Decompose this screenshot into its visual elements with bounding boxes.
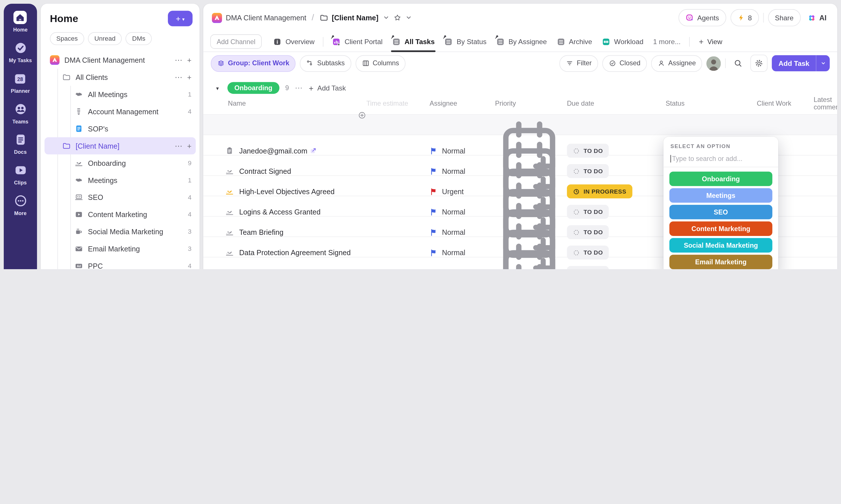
task-name[interactable]: Contract Signed	[239, 167, 291, 175]
rail-item-home[interactable]: Home	[13, 11, 28, 33]
task-name[interactable]: Logins & Access Granted	[239, 208, 321, 216]
subtasks-pill[interactable]: Subtasks	[300, 55, 351, 72]
tab-client-portal[interactable]: Client Portal	[327, 32, 387, 51]
group-collapse-caret[interactable]: ▾	[216, 85, 222, 91]
tab-by-status[interactable]: By Status	[440, 32, 491, 51]
item-add-icon[interactable]: +	[187, 56, 191, 65]
sidebar-item-client-name[interactable]: [Client Name] ⋯+	[44, 137, 196, 154]
closed-button[interactable]: Closed	[603, 55, 647, 72]
chevron-down-icon[interactable]	[382, 14, 390, 21]
sidebar-item-all-clients[interactable]: All Clients ⋯+	[44, 69, 196, 86]
priority-cell[interactable]: Normal	[430, 228, 495, 236]
ai-button[interactable]: AI	[805, 13, 829, 22]
rail-item-planner[interactable]: 28 Planner	[11, 72, 30, 94]
task-name-cell[interactable]: Quarterly Review Scheduled	[203, 269, 366, 269]
automations-usage-button[interactable]: 8	[730, 9, 759, 26]
sidebar-item-social-media-marketing[interactable]: Social Media Marketing 3	[44, 223, 196, 240]
tab-archive[interactable]: Archive	[552, 32, 597, 51]
chip-spaces[interactable]: Spaces	[50, 32, 84, 45]
task-name-cell[interactable]: Janedoe@gmail.com	[203, 146, 366, 155]
item-more-icon[interactable]: ⋯	[175, 56, 182, 65]
task-name-cell[interactable]: Logins & Access Granted	[203, 208, 366, 216]
status-pill-todo[interactable]: TO DO	[567, 164, 609, 178]
sidebar-item-account-management[interactable]: Account Management 4	[44, 103, 196, 120]
chip-unread[interactable]: Unread	[88, 32, 122, 45]
priority-cell[interactable]: Normal	[430, 269, 495, 269]
status-pill-in-progress[interactable]: IN PROGRESS	[567, 184, 632, 198]
task-name-cell[interactable]: Data Protection Agreement Signed	[203, 248, 366, 257]
priority-cell[interactable]: Normal	[430, 249, 495, 256]
status-pill-todo[interactable]: TO DO	[567, 144, 609, 158]
status-pill-todo[interactable]: TO DO	[567, 225, 609, 239]
sidebar-item-meetings[interactable]: Meetings 1	[44, 172, 196, 189]
favorite-star-icon[interactable]	[394, 14, 401, 21]
task-name[interactable]: Team Briefing	[239, 228, 284, 236]
column-header-time-estimate[interactable]: Time estimate	[366, 100, 430, 107]
rail-item-docs[interactable]: Docs	[14, 133, 27, 155]
dropdown-option-email-marketing[interactable]: Email Marketing	[669, 255, 772, 269]
rail-item-teams[interactable]: Teams	[12, 103, 28, 125]
agents-button[interactable]: Agents	[679, 9, 726, 26]
group-pill[interactable]: Onboarding	[228, 82, 279, 94]
settings-button[interactable]	[751, 55, 768, 72]
sidebar-item-all-meetings[interactable]: All Meetings 1	[44, 86, 196, 103]
dropdown-option-seo[interactable]: SEO	[669, 205, 772, 219]
sidebar-item-sop-s[interactable]: SOP's	[44, 120, 196, 137]
item-add-icon[interactable]: +	[187, 73, 191, 82]
task-name[interactable]: High-Level Objectives Agreed	[239, 187, 335, 195]
status-pill-todo[interactable]: TO DO	[567, 246, 609, 260]
column-header-due-date[interactable]: Due date	[567, 100, 666, 107]
dropdown-option-content-marketing[interactable]: Content Marketing	[669, 221, 772, 236]
sidebar-item-ppc[interactable]: Ad PPC 4	[44, 257, 196, 269]
rail-item-my-tasks[interactable]: My Tasks	[9, 41, 32, 63]
item-add-icon[interactable]: +	[187, 142, 191, 150]
tab-overview[interactable]: Overview	[268, 32, 319, 51]
column-header-assignee[interactable]: Assignee	[430, 100, 495, 107]
item-more-icon[interactable]: ⋯	[175, 73, 182, 82]
assignee-button[interactable]: Assignee	[651, 55, 702, 72]
task-name-cell[interactable]: Contract Signed	[203, 167, 366, 175]
status-pill-todo[interactable]: TO DO	[567, 266, 609, 269]
priority-cell[interactable]: Urgent	[430, 187, 495, 195]
chevron-down-icon[interactable]	[405, 14, 412, 21]
priority-cell[interactable]: Normal	[430, 167, 495, 175]
tab-workload[interactable]: Workload	[597, 32, 648, 51]
column-header-latest-comment[interactable]: Latest comment	[814, 96, 833, 111]
task-name-cell[interactable]: High-Level Objectives Agreed	[203, 187, 366, 196]
add-task-button[interactable]: Add Task	[772, 55, 829, 71]
due-date-cell[interactable]	[495, 257, 567, 269]
column-header-client-work[interactable]: Client Work	[757, 100, 813, 107]
dropdown-option-social-media-marketing[interactable]: Social Media Marketing	[669, 238, 772, 253]
filter-button[interactable]: Filter	[560, 55, 598, 72]
dropdown-option-meetings[interactable]: Meetings	[669, 188, 772, 203]
sidebar-item-dma-client-management[interactable]: DMA Client Management ⋯+	[44, 52, 196, 69]
column-header-priority[interactable]: Priority	[495, 100, 567, 107]
add-channel-button[interactable]: Add Channel	[210, 34, 262, 49]
priority-cell[interactable]: Normal	[430, 208, 495, 216]
priority-cell[interactable]: Normal	[430, 147, 495, 155]
add-view-button[interactable]: +View	[694, 37, 728, 46]
tab-by-assignee[interactable]: By Assignee	[491, 32, 552, 51]
sidebar-item-onboarding[interactable]: Onboarding 9	[44, 154, 196, 172]
breadcrumb-workspace[interactable]: DMA Client Management	[226, 14, 306, 22]
task-name[interactable]: Janedoe@gmail.com	[239, 147, 307, 155]
columns-pill[interactable]: Columns	[356, 55, 406, 72]
task-name[interactable]: Quarterly Review Scheduled	[239, 269, 331, 269]
task-name-cell[interactable]: Team Briefing	[203, 228, 366, 236]
rail-item-more[interactable]: More	[14, 194, 27, 216]
chip-dms[interactable]: DMs	[126, 32, 152, 45]
status-pill-todo[interactable]: TO DO	[567, 205, 609, 219]
external-link-icon[interactable]	[309, 147, 317, 154]
sidebar-item-seo[interactable]: SEO 4	[44, 189, 196, 206]
task-name[interactable]: Data Protection Agreement Signed	[239, 249, 351, 256]
breadcrumb-page[interactable]: [Client Name]	[332, 14, 378, 22]
group-by-pill[interactable]: Group: Client Work	[211, 55, 296, 72]
group-more-icon[interactable]: ⋯	[295, 84, 303, 92]
search-button[interactable]	[730, 55, 746, 71]
tabs-more-button[interactable]: 1 more...	[648, 32, 685, 51]
sidebar-item-email-marketing[interactable]: Email Marketing 3	[44, 240, 196, 257]
dropdown-search-input[interactable]: Type to search or add...	[670, 154, 771, 162]
rail-item-clips[interactable]: Clips	[14, 163, 27, 185]
item-more-icon[interactable]: ⋯	[175, 142, 182, 150]
sidebar-add-button[interactable]: +▾	[168, 11, 193, 26]
